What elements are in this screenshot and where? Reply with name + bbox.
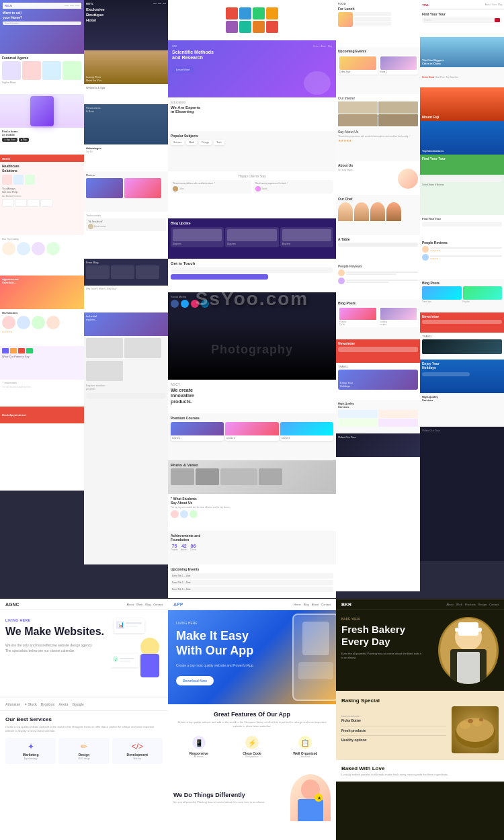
app-download-button[interactable]: Download Now [176, 676, 214, 685]
agnc-nav-contact: Contact [153, 603, 163, 606]
feature-clean-code-desc: Best practices [229, 755, 274, 758]
bkr-about-content: Last wine back Ficha Butter Fresh produc… [341, 706, 499, 753]
feature-organized-desc: Structured [283, 755, 328, 758]
service-design-name: Design [61, 753, 106, 757]
clean-code-icon: ⚡ [245, 736, 259, 749]
app-header: APP Home Blog About Contact [168, 599, 336, 610]
bkr-hero: BAKE YARA Fresh Bakery Every Day Even th… [336, 610, 504, 691]
app-hero-title: Make It Easy With Our App [176, 629, 270, 658]
design-icon: ✏ [61, 742, 106, 751]
agnc-services: Our Best Services Create a top quality w… [0, 711, 168, 769]
bkr-hero-desc: Even the all-powerful Pointing has no co… [341, 652, 422, 660]
svg-text:★: ★ [317, 796, 321, 800]
svg-rect-11 [120, 661, 130, 662]
service-design-desc: UI/UX design [61, 757, 106, 760]
service-dev-desc: Web dev [115, 757, 160, 760]
svg-rect-4 [126, 626, 138, 627]
app-features-desc: Create a top quality website and add to … [173, 720, 331, 728]
services-desc: Create a top quality website and add to … [5, 725, 163, 732]
agnc-illustration: 📊 ✓ [111, 617, 165, 677]
agnc-hero: LIVING HERE We Make Websites. We are the… [0, 610, 168, 698]
app-logo: APP [173, 602, 183, 607]
detail-value-2: Fresh products [341, 728, 446, 734]
app-features: Great Features Of Our App Create a top q… [168, 704, 336, 767]
template-collage: RELO Want to sellyour Home? Search locat… [0, 0, 504, 598]
bkr-nav-contact: Contact [489, 603, 499, 606]
bkr-logo: BKR [341, 602, 351, 607]
agnc-nav-about: About [126, 603, 133, 606]
bkr-nav-work: Work [456, 603, 462, 606]
svg-rect-13 [298, 799, 323, 821]
detail-value-1: Ficha Butter [341, 718, 446, 724]
bkr-nav: About Work Products Recipe Contact [446, 603, 499, 606]
agnc-nav-blog: Blog [145, 603, 151, 606]
bkr-about-details: Last wine back Ficha Butter Fresh produc… [341, 714, 446, 745]
app-hero: LIVING HERE Make It Easy With Our App Cr… [168, 610, 336, 704]
feature-row: 📱 Responsive All devices ⚡ Clean Code Be… [173, 733, 331, 761]
service-development: </> Development Web dev [112, 738, 163, 764]
feature-clean-code: ⚡ Clean Code Best practices [226, 733, 277, 761]
brand-dropbox: Dropbox [41, 702, 55, 706]
svg-rect-19 [457, 652, 480, 684]
feature-organized: 📋 Well Organized Structured [280, 733, 331, 761]
agnc-header: AGNC About Work Blog Contact [0, 599, 168, 610]
svg-point-5 [140, 638, 159, 657]
svg-point-26 [482, 723, 491, 730]
bkr-hero-badge: BAKE YARA [341, 617, 433, 621]
feature-responsive-desc: All devices [176, 755, 221, 758]
agnc-nav-work: Work [136, 603, 142, 606]
svg-rect-3 [126, 622, 142, 624]
svg-rect-10 [120, 658, 134, 659]
bkr-detail-3: Healthy options [341, 738, 446, 743]
brand-google: Google [72, 702, 83, 706]
app-features-title: Great Features Of Our App [173, 711, 331, 718]
app-nav: Home Blog About Contact [294, 603, 331, 606]
feature-responsive: 📱 Responsive All devices [173, 733, 224, 761]
responsive-icon: 📱 [192, 736, 206, 749]
bkr-detail-2: Fresh products [341, 728, 446, 734]
brand-anota: Anota [58, 702, 68, 706]
bkr-about-title: Baking Special [341, 698, 499, 704]
app-person-illustration: ★ [290, 774, 331, 821]
bkr-baked-desc: Lovingly crafted pastries and breads mad… [341, 773, 499, 776]
svg-point-27 [468, 719, 473, 723]
bkr-baked-title: Baked With Love [341, 765, 499, 771]
bakery-person-svg [438, 617, 499, 684]
bkr-nav-recipe: Recipe [478, 603, 487, 606]
bkr-nav-products: Products [465, 603, 476, 606]
service-marketing-name: Marketing [8, 753, 53, 757]
agnc-brands: Atlassian ✦ Slack Dropbox Anota Google [0, 698, 168, 711]
svg-rect-21 [455, 628, 482, 632]
svg-rect-6 [140, 654, 159, 677]
service-cards: ✦ Marketing Digital strategy ✏ Design UI… [5, 738, 163, 764]
app-diff-title: We Do Things Differently [173, 792, 285, 798]
person-svg: ★ [292, 778, 329, 821]
app-nav-contact: Contact [321, 603, 331, 606]
detail-value-3: Healthy options [341, 738, 446, 743]
svg-point-28 [479, 718, 483, 722]
service-design: ✏ Design UI/UX design [58, 738, 109, 764]
brand-atlassian: Atlassian [5, 702, 20, 706]
svg-text:✓: ✓ [114, 658, 118, 662]
bkr-header: BKR About Work Products Recipe Contact [336, 599, 504, 610]
app-nav-about: About [312, 603, 319, 606]
watermark-text: SsYoo.com [196, 288, 308, 310]
app-nav-home: Home [294, 603, 301, 606]
dev-icon: </> [115, 742, 160, 751]
service-marketing: ✦ Marketing Digital strategy [5, 738, 56, 764]
bkr-detail-1: Last wine back Ficha Butter [341, 714, 446, 724]
agnc-desc: We are the only and most effective websi… [5, 643, 93, 653]
bakery-bread-svg [452, 706, 499, 753]
phone-mockup [292, 614, 336, 701]
template-previews: AGNC About Work Blog Contact LIVING HERE… [0, 599, 504, 840]
service-dev-name: Development [115, 753, 160, 757]
bkr-hero-title: Fresh Bakery Every Day [341, 624, 433, 648]
app-nav-blog: Blog [304, 603, 309, 606]
app-hero-desc: Create a top most quality website and Po… [176, 663, 263, 667]
agnc-illustration-svg: 📊 ✓ [111, 617, 165, 677]
bkr-hero-img [438, 617, 499, 684]
bkr-baked: Baked With Love Lovingly crafted pastrie… [336, 760, 504, 782]
service-marketing-desc: Digital strategy [8, 757, 53, 760]
bkr-template: BKR About Work Products Recipe Contact B… [336, 599, 504, 840]
app-diff-text: We Do Things Differently It is not all p… [173, 792, 285, 804]
